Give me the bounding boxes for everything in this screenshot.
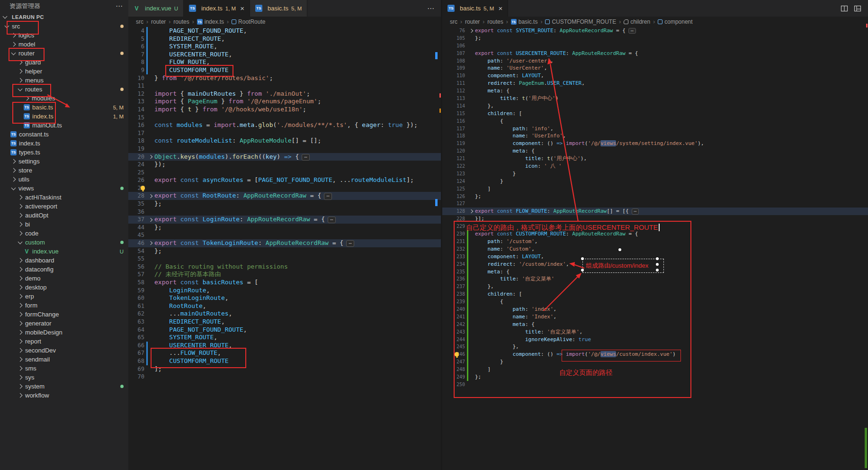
code-line-241[interactable]: 241 name: 'Index',	[442, 313, 868, 321]
code-line-64[interactable]: 64 PAGE_NOT_FOUND_ROUTE,	[128, 326, 441, 334]
tree-item-constant.ts[interactable]: TSconstant.ts	[0, 130, 128, 139]
tree-item-report[interactable]: report	[0, 337, 128, 346]
code-line-28[interactable]: 28export const RootRoute: AppRouteRecord…	[128, 192, 441, 200]
tree-item-dataconfig[interactable]: dataconfig	[0, 265, 128, 274]
close-icon[interactable]: ×	[498, 4, 502, 12]
code-line-229[interactable]: 229	[442, 223, 868, 230]
tree-item-sms[interactable]: sms	[0, 364, 128, 373]
tree-item-menus[interactable]: menus	[0, 76, 128, 85]
breadcrumb-item-routes[interactable]: routes	[487, 18, 503, 25]
folded-region-icon[interactable]: ⋯	[346, 240, 354, 247]
code-line-63[interactable]: 63 REDIRECT_ROUTE,	[128, 318, 441, 326]
folded-region-icon[interactable]: ⋯	[628, 28, 636, 34]
code-line-7[interactable]: 7 USERCENTER_ROUTE,	[128, 51, 441, 59]
code-line-124[interactable]: 124 }	[442, 178, 868, 185]
code-line-108[interactable]: 108 path: '/user-center',	[442, 57, 868, 65]
code-line-114[interactable]: 114 },	[442, 102, 868, 110]
tab-index.ts[interactable]: TSindex.ts1, M×	[184, 0, 250, 17]
tree-item-desktop[interactable]: desktop	[0, 283, 128, 292]
code-line-57[interactable]: 57// 未经许可的基本路由	[128, 271, 441, 279]
workspace-section-header[interactable]: LEARUN PC	[0, 12, 128, 22]
code-line-127[interactable]: 127	[442, 200, 868, 208]
code-line-117[interactable]: 117 path: 'info',	[442, 125, 868, 133]
breadcrumb-item-basic.ts[interactable]: TSbasic.ts	[511, 18, 538, 25]
code-line-56[interactable]: 56// Basic routing without permissions	[128, 263, 441, 271]
tab-basic.ts[interactable]: TSbasic.ts5, M	[250, 0, 307, 17]
code-line-4[interactable]: 4 PAGE_NOT_FOUND_ROUTE,	[128, 27, 441, 35]
code-line-109[interactable]: 109 name: 'UserCenter',	[442, 64, 868, 72]
code-line-237[interactable]: 237 },	[442, 283, 868, 290]
tree-item-demo[interactable]: demo	[0, 274, 128, 283]
code-line-106[interactable]: 106	[442, 42, 868, 50]
code-line-236[interactable]: 236 title: '自定义菜单'	[442, 275, 868, 283]
code-line-247[interactable]: 247 }	[442, 358, 868, 366]
code-line-234[interactable]: 234 redirect: '/custom/index',	[442, 261, 868, 268]
customize-layout-icon[interactable]	[854, 5, 861, 12]
code-line-67[interactable]: 67 ...FLOW_ROUTE,	[128, 349, 441, 357]
code-line-122[interactable]: 122 icon: ' 八 '	[442, 163, 868, 170]
code-line-112[interactable]: 112 meta: {	[442, 87, 868, 95]
tree-item-custom[interactable]: custom	[0, 238, 128, 247]
tree-item-routes[interactable]: routes	[0, 85, 128, 94]
code-line-62[interactable]: 62 ...mainOutRoutes,	[128, 310, 441, 318]
resize-handle[interactable]	[656, 269, 659, 271]
code-line-125[interactable]: 125 ]	[442, 185, 868, 193]
breadcrumb-item-router[interactable]: router	[151, 18, 166, 25]
code-line-27[interactable]: 27	[128, 184, 441, 192]
folded-region-icon[interactable]: ⋯	[328, 217, 336, 223]
code-line-238[interactable]: 238 children: [	[442, 290, 868, 298]
code-line-46[interactable]: 46export const TokenLoginRoute: AppRoute…	[128, 239, 441, 247]
code-line-10[interactable]: 10} from '/@/router/routes/basic';	[128, 74, 441, 82]
code-line-20[interactable]: 20Object.keys(modules).forEach((key) => …	[128, 153, 441, 161]
fold-chevron-icon[interactable]	[469, 209, 473, 213]
code-line-119[interactable]: 119 component: () => import('/@/views/sy…	[442, 140, 868, 147]
fold-chevron-icon[interactable]	[149, 241, 152, 245]
code-line-12[interactable]: 12import { mainOutRoutes } from './mainO…	[128, 90, 441, 98]
code-line-105[interactable]: 105};	[442, 35, 868, 42]
breadcrumb-item-routes[interactable]: routes	[173, 18, 189, 25]
code-line-231[interactable]: 231 path: '/custom',	[442, 238, 868, 245]
code-line-110[interactable]: 110 component: LAYOUT,	[442, 72, 868, 80]
lightbulb-icon[interactable]	[455, 352, 459, 356]
tree-item-mobileDesign[interactable]: mobileDesign	[0, 328, 128, 337]
code-line-13[interactable]: 13import { PageEnum } from '/@/enums/pag…	[128, 98, 441, 106]
code-line-235[interactable]: 235 meta: {	[442, 268, 868, 276]
tree-item-model[interactable]: model	[0, 40, 128, 49]
code-line-24[interactable]: 24});	[128, 161, 441, 169]
resize-handle[interactable]	[581, 257, 584, 260]
code-line-37[interactable]: 37export const LoginRoute: AppRouteRecor…	[128, 216, 441, 224]
code-line-11[interactable]: 11	[128, 82, 441, 90]
tree-item-router[interactable]: router	[0, 49, 128, 58]
tree-item-views[interactable]: views	[0, 184, 128, 193]
tree-item-basic.ts[interactable]: TSbasic.ts5, M	[0, 103, 128, 112]
code-line-5[interactable]: 5 REDIRECT_ROUTE,	[128, 35, 441, 43]
code-line-249[interactable]: 249};	[442, 373, 868, 381]
code-line-250[interactable]: 250	[442, 381, 868, 389]
folded-region-icon[interactable]: ⋯	[632, 208, 639, 214]
code-line-113[interactable]: 113 title: t('用户中心')	[442, 95, 868, 102]
fold-chevron-icon[interactable]	[149, 217, 152, 221]
code-line-66[interactable]: 66 USERCENTER_ROUTE,	[128, 342, 441, 350]
code-line-16[interactable]: 16const modules = import.meta.glob('./mo…	[128, 121, 441, 129]
code-line-36[interactable]: 36	[128, 208, 441, 216]
code-line-120[interactable]: 120 meta: {	[442, 147, 868, 155]
code-line-14[interactable]: 14import { t } from '/@/hooks/web/useI18…	[128, 106, 441, 114]
resize-handle[interactable]	[656, 257, 659, 260]
code-line-35[interactable]: 35};	[128, 200, 441, 208]
tree-item-auditOpt[interactable]: auditOpt	[0, 211, 128, 220]
code-line-61[interactable]: 61 RootRoute,	[128, 302, 441, 310]
code-line-59[interactable]: 59 LoginRoute,	[128, 287, 441, 295]
tree-item-guard[interactable]: guard	[0, 58, 128, 67]
code-line-8[interactable]: 8 FLOW_ROUTE,	[128, 58, 441, 66]
tree-item-logics[interactable]: logics	[0, 31, 128, 40]
tree-item-utils[interactable]: utils	[0, 175, 128, 184]
more-actions-icon[interactable]: ⋯	[116, 2, 123, 10]
tree-item-src[interactable]: src	[0, 22, 128, 31]
code-line-17[interactable]: 17	[128, 129, 441, 137]
code-line-228[interactable]: 228}];	[442, 215, 868, 223]
fold-chevron-icon[interactable]	[149, 155, 152, 159]
fold-chevron-icon[interactable]	[469, 29, 473, 33]
rotate-handle[interactable]	[618, 248, 621, 251]
tree-item-sys[interactable]: sys	[0, 373, 128, 382]
code-line-244[interactable]: 244 ignoreKeepAlive: true	[442, 336, 868, 343]
